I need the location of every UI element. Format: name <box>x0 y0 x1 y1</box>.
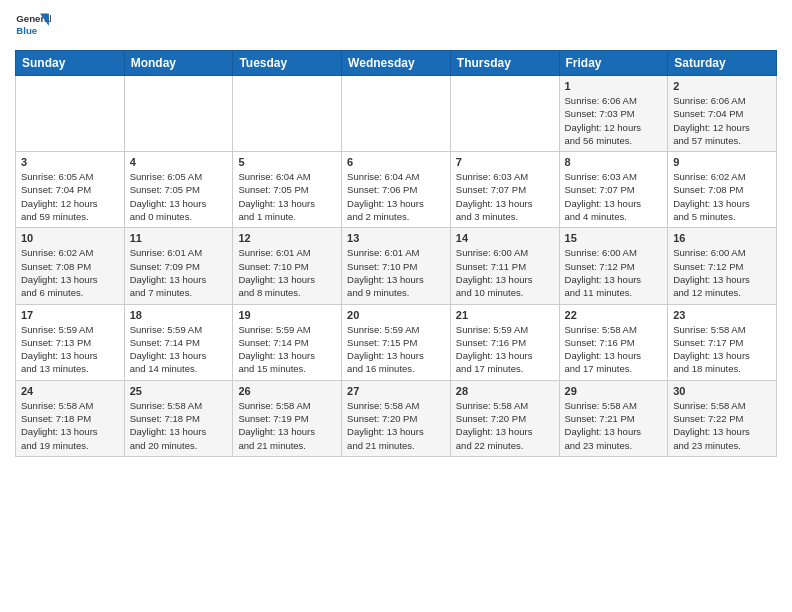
calendar-week-row: 17Sunrise: 5:59 AMSunset: 7:13 PMDayligh… <box>16 304 777 380</box>
day-number: 9 <box>673 156 771 168</box>
day-info: Sunrise: 5:58 AMSunset: 7:21 PMDaylight:… <box>565 399 663 452</box>
day-number: 21 <box>456 309 554 321</box>
day-number: 30 <box>673 385 771 397</box>
calendar-cell <box>342 76 451 152</box>
day-number: 4 <box>130 156 228 168</box>
calendar-cell <box>233 76 342 152</box>
calendar-cell: 16Sunrise: 6:00 AMSunset: 7:12 PMDayligh… <box>668 228 777 304</box>
day-info: Sunrise: 5:58 AMSunset: 7:19 PMDaylight:… <box>238 399 336 452</box>
calendar-cell: 1Sunrise: 6:06 AMSunset: 7:03 PMDaylight… <box>559 76 668 152</box>
weekday-header: Saturday <box>668 51 777 76</box>
calendar-cell: 28Sunrise: 5:58 AMSunset: 7:20 PMDayligh… <box>450 380 559 456</box>
day-info: Sunrise: 5:59 AMSunset: 7:14 PMDaylight:… <box>238 323 336 376</box>
calendar-cell: 27Sunrise: 5:58 AMSunset: 7:20 PMDayligh… <box>342 380 451 456</box>
day-number: 7 <box>456 156 554 168</box>
calendar-table: SundayMondayTuesdayWednesdayThursdayFrid… <box>15 50 777 457</box>
day-number: 10 <box>21 232 119 244</box>
day-info: Sunrise: 5:59 AMSunset: 7:14 PMDaylight:… <box>130 323 228 376</box>
day-info: Sunrise: 5:59 AMSunset: 7:15 PMDaylight:… <box>347 323 445 376</box>
day-info: Sunrise: 6:03 AMSunset: 7:07 PMDaylight:… <box>456 170 554 223</box>
day-number: 15 <box>565 232 663 244</box>
day-number: 8 <box>565 156 663 168</box>
weekday-header-row: SundayMondayTuesdayWednesdayThursdayFrid… <box>16 51 777 76</box>
calendar-week-row: 3Sunrise: 6:05 AMSunset: 7:04 PMDaylight… <box>16 152 777 228</box>
calendar-cell: 8Sunrise: 6:03 AMSunset: 7:07 PMDaylight… <box>559 152 668 228</box>
day-number: 16 <box>673 232 771 244</box>
day-info: Sunrise: 5:59 AMSunset: 7:16 PMDaylight:… <box>456 323 554 376</box>
day-number: 18 <box>130 309 228 321</box>
day-number: 11 <box>130 232 228 244</box>
page: General Blue SundayMondayTuesdayWednesda… <box>0 0 792 472</box>
day-info: Sunrise: 6:01 AMSunset: 7:10 PMDaylight:… <box>238 246 336 299</box>
calendar-cell: 19Sunrise: 5:59 AMSunset: 7:14 PMDayligh… <box>233 304 342 380</box>
calendar-cell: 21Sunrise: 5:59 AMSunset: 7:16 PMDayligh… <box>450 304 559 380</box>
calendar-cell: 25Sunrise: 5:58 AMSunset: 7:18 PMDayligh… <box>124 380 233 456</box>
day-info: Sunrise: 6:06 AMSunset: 7:04 PMDaylight:… <box>673 94 771 147</box>
day-info: Sunrise: 6:04 AMSunset: 7:06 PMDaylight:… <box>347 170 445 223</box>
calendar-week-row: 10Sunrise: 6:02 AMSunset: 7:08 PMDayligh… <box>16 228 777 304</box>
day-number: 14 <box>456 232 554 244</box>
calendar-cell: 20Sunrise: 5:59 AMSunset: 7:15 PMDayligh… <box>342 304 451 380</box>
calendar-cell: 24Sunrise: 5:58 AMSunset: 7:18 PMDayligh… <box>16 380 125 456</box>
day-info: Sunrise: 5:59 AMSunset: 7:13 PMDaylight:… <box>21 323 119 376</box>
day-info: Sunrise: 6:05 AMSunset: 7:05 PMDaylight:… <box>130 170 228 223</box>
calendar-cell: 14Sunrise: 6:00 AMSunset: 7:11 PMDayligh… <box>450 228 559 304</box>
calendar-week-row: 24Sunrise: 5:58 AMSunset: 7:18 PMDayligh… <box>16 380 777 456</box>
calendar-cell: 10Sunrise: 6:02 AMSunset: 7:08 PMDayligh… <box>16 228 125 304</box>
logo: General Blue <box>15 10 51 40</box>
day-number: 13 <box>347 232 445 244</box>
calendar-cell: 23Sunrise: 5:58 AMSunset: 7:17 PMDayligh… <box>668 304 777 380</box>
day-info: Sunrise: 5:58 AMSunset: 7:20 PMDaylight:… <box>456 399 554 452</box>
day-number: 3 <box>21 156 119 168</box>
day-info: Sunrise: 5:58 AMSunset: 7:20 PMDaylight:… <box>347 399 445 452</box>
weekday-header: Wednesday <box>342 51 451 76</box>
day-info: Sunrise: 6:00 AMSunset: 7:11 PMDaylight:… <box>456 246 554 299</box>
weekday-header: Thursday <box>450 51 559 76</box>
calendar-cell: 3Sunrise: 6:05 AMSunset: 7:04 PMDaylight… <box>16 152 125 228</box>
day-number: 27 <box>347 385 445 397</box>
calendar-cell: 15Sunrise: 6:00 AMSunset: 7:12 PMDayligh… <box>559 228 668 304</box>
calendar-cell: 30Sunrise: 5:58 AMSunset: 7:22 PMDayligh… <box>668 380 777 456</box>
day-info: Sunrise: 6:00 AMSunset: 7:12 PMDaylight:… <box>673 246 771 299</box>
weekday-header: Monday <box>124 51 233 76</box>
day-number: 19 <box>238 309 336 321</box>
day-number: 12 <box>238 232 336 244</box>
day-info: Sunrise: 6:04 AMSunset: 7:05 PMDaylight:… <box>238 170 336 223</box>
day-number: 5 <box>238 156 336 168</box>
calendar-cell: 17Sunrise: 5:59 AMSunset: 7:13 PMDayligh… <box>16 304 125 380</box>
day-info: Sunrise: 6:05 AMSunset: 7:04 PMDaylight:… <box>21 170 119 223</box>
day-info: Sunrise: 5:58 AMSunset: 7:18 PMDaylight:… <box>21 399 119 452</box>
calendar-cell: 18Sunrise: 5:59 AMSunset: 7:14 PMDayligh… <box>124 304 233 380</box>
day-number: 17 <box>21 309 119 321</box>
day-number: 24 <box>21 385 119 397</box>
svg-text:Blue: Blue <box>16 25 38 36</box>
calendar-cell: 26Sunrise: 5:58 AMSunset: 7:19 PMDayligh… <box>233 380 342 456</box>
day-number: 20 <box>347 309 445 321</box>
calendar-cell: 13Sunrise: 6:01 AMSunset: 7:10 PMDayligh… <box>342 228 451 304</box>
header: General Blue <box>15 10 777 40</box>
weekday-header: Sunday <box>16 51 125 76</box>
calendar-cell: 12Sunrise: 6:01 AMSunset: 7:10 PMDayligh… <box>233 228 342 304</box>
day-info: Sunrise: 6:01 AMSunset: 7:10 PMDaylight:… <box>347 246 445 299</box>
calendar-cell: 6Sunrise: 6:04 AMSunset: 7:06 PMDaylight… <box>342 152 451 228</box>
day-info: Sunrise: 5:58 AMSunset: 7:18 PMDaylight:… <box>130 399 228 452</box>
calendar-cell <box>16 76 125 152</box>
day-info: Sunrise: 6:03 AMSunset: 7:07 PMDaylight:… <box>565 170 663 223</box>
day-number: 6 <box>347 156 445 168</box>
day-number: 26 <box>238 385 336 397</box>
day-info: Sunrise: 5:58 AMSunset: 7:16 PMDaylight:… <box>565 323 663 376</box>
day-info: Sunrise: 6:06 AMSunset: 7:03 PMDaylight:… <box>565 94 663 147</box>
weekday-header: Friday <box>559 51 668 76</box>
day-info: Sunrise: 6:02 AMSunset: 7:08 PMDaylight:… <box>673 170 771 223</box>
calendar-cell <box>450 76 559 152</box>
calendar-cell: 2Sunrise: 6:06 AMSunset: 7:04 PMDaylight… <box>668 76 777 152</box>
day-number: 1 <box>565 80 663 92</box>
day-number: 28 <box>456 385 554 397</box>
day-info: Sunrise: 5:58 AMSunset: 7:17 PMDaylight:… <box>673 323 771 376</box>
calendar-week-row: 1Sunrise: 6:06 AMSunset: 7:03 PMDaylight… <box>16 76 777 152</box>
day-number: 22 <box>565 309 663 321</box>
logo-icon: General Blue <box>15 10 51 40</box>
day-number: 29 <box>565 385 663 397</box>
calendar-cell: 9Sunrise: 6:02 AMSunset: 7:08 PMDaylight… <box>668 152 777 228</box>
day-info: Sunrise: 6:01 AMSunset: 7:09 PMDaylight:… <box>130 246 228 299</box>
